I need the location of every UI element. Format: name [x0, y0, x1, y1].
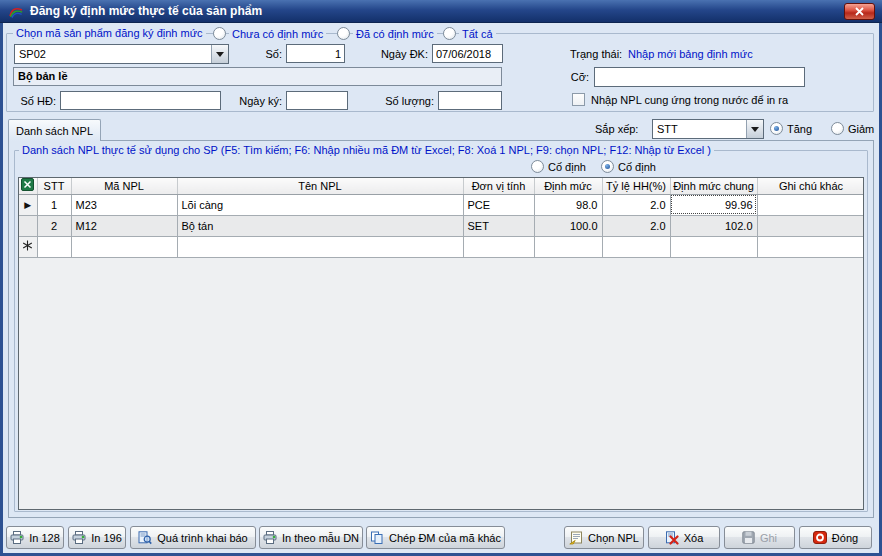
cell-ty-le-hh[interactable]: 2.0 [602, 194, 670, 215]
table-row: 2 M12 Bộ tán SET 100.0 2.0 102.0 [19, 215, 864, 236]
radio-chua-co-dinh-muc[interactable] [213, 27, 226, 40]
column-header-don-vi-tinh[interactable]: Đơn vị tính [463, 178, 534, 194]
radio-tat-ca[interactable] [443, 27, 456, 40]
in-196-button[interactable]: In 196 [68, 526, 126, 549]
column-header-stt[interactable]: STT [37, 178, 71, 194]
so-label: Số: [256, 48, 282, 61]
chep-dm-button[interactable]: Chép ĐM của mã khác [366, 526, 505, 549]
row-header[interactable] [19, 215, 37, 236]
in-128-button[interactable]: In 128 [6, 526, 64, 549]
cell-ghi-chu[interactable] [757, 194, 864, 215]
trang-thai-label: Trạng thái: [570, 48, 622, 61]
npl-data-grid: STT Mã NPL Tên NPL Đơn vị tính Định mức … [18, 177, 864, 510]
npl-table: STT Mã NPL Tên NPL Đơn vị tính Định mức … [19, 178, 864, 258]
sort-value: STT [653, 120, 746, 138]
radio-da-co-dinh-muc-label: Đã có định mức [353, 28, 437, 41]
cell-ten-npl[interactable]: Bộ tán [177, 215, 463, 236]
cell-empty[interactable] [37, 236, 71, 257]
xoa-button[interactable]: Xóa [648, 526, 720, 549]
radio-co-dinh-right[interactable] [601, 160, 614, 173]
cell-empty[interactable] [670, 236, 757, 257]
table-row: ▶ 1 M23 Lõi càng PCE 98.0 2.0 99.96 [19, 194, 864, 215]
column-header-dinh-muc[interactable]: Định mức [534, 178, 602, 194]
ngay-ky-input[interactable] [286, 91, 348, 110]
cell-empty[interactable] [534, 236, 602, 257]
button-label: Xóa [684, 532, 704, 544]
window-title: Đăng ký định mức thực tế của sản phẩm [30, 4, 262, 18]
button-label: In theo mẫu DN [282, 532, 359, 544]
cell-empty[interactable] [71, 236, 177, 257]
so-hd-input[interactable] [60, 91, 221, 110]
tab-danh-sach-npl[interactable]: Danh sách NPL [8, 119, 101, 141]
so-luong-input[interactable] [438, 91, 502, 110]
radio-co-dinh-right-label: Cố định [618, 161, 656, 174]
excel-export-corner[interactable] [19, 178, 37, 194]
copy-icon [370, 531, 384, 545]
new-row [19, 236, 864, 257]
qua-trinh-khai-bao-button[interactable]: Quá trình khai báo [130, 526, 256, 549]
cell-stt[interactable]: 2 [37, 215, 71, 236]
radio-tang-label: Tăng [787, 123, 812, 136]
cell-don-vi-tinh[interactable]: SET [463, 215, 534, 236]
ngay-ky-label: Ngày ký: [234, 95, 282, 108]
cell-empty[interactable] [757, 236, 864, 257]
cell-dinh-muc-chung-selected[interactable]: 99.96 [670, 194, 757, 215]
radio-da-co-dinh-muc[interactable] [337, 27, 350, 40]
radio-co-dinh-left[interactable] [531, 160, 544, 173]
ghi-button[interactable]: Ghi [724, 526, 795, 549]
cell-ghi-chu[interactable] [757, 215, 864, 236]
dropdown-button[interactable] [211, 45, 228, 63]
button-label: Ghi [760, 532, 777, 544]
cell-ten-npl[interactable]: Lõi càng [177, 194, 463, 215]
npl-cung-ung-checkbox[interactable] [572, 93, 585, 106]
sort-combo[interactable]: STT [652, 119, 764, 139]
column-header-ty-le-hh[interactable]: Tỷ lệ HH(%) [602, 178, 670, 194]
so-input[interactable] [286, 44, 345, 63]
sort-label: Sắp xếp: [595, 123, 638, 136]
column-header-ma-npl[interactable]: Mã NPL [71, 178, 177, 194]
save-icon [742, 531, 755, 544]
cell-dinh-muc[interactable]: 100.0 [534, 215, 602, 236]
cell-dinh-muc-chung[interactable]: 102.0 [670, 215, 757, 236]
new-row-indicator[interactable] [19, 236, 37, 257]
button-label: Chép ĐM của mã khác [389, 532, 501, 544]
dropdown-button[interactable] [746, 120, 763, 138]
chevron-down-icon [751, 127, 759, 132]
cell-stt[interactable]: 1 [37, 194, 71, 215]
app-icon [8, 5, 24, 18]
cell-empty[interactable] [463, 236, 534, 257]
column-header-ten-npl[interactable]: Tên NPL [177, 178, 463, 194]
cell-ma-npl[interactable]: M12 [71, 215, 177, 236]
cell-empty[interactable] [602, 236, 670, 257]
in-theo-mau-dn-button[interactable]: In theo mẫu DN [259, 526, 363, 549]
close-button[interactable] [844, 3, 875, 20]
tab-label: Danh sách NPL [16, 125, 93, 137]
product-name-box: Bộ bản lề [13, 67, 502, 86]
cell-don-vi-tinh[interactable]: PCE [463, 194, 534, 215]
product-group-title: Chọn mã sản phẩm đăng ký định mức [13, 27, 206, 40]
radio-giam[interactable] [831, 122, 844, 135]
co-input[interactable] [594, 67, 805, 87]
cell-dinh-muc[interactable]: 98.0 [534, 194, 602, 215]
chon-npl-button[interactable]: Chọn NPL [564, 526, 644, 549]
co-label: Cỡ: [566, 71, 589, 84]
product-code-combo[interactable]: SP02 [14, 44, 229, 64]
process-search-icon [138, 531, 152, 545]
close-icon [855, 7, 864, 16]
radio-tat-ca-label: Tất cả [459, 28, 496, 41]
app-window: Đăng ký định mức thực tế của sản phẩm Ch… [0, 0, 882, 556]
printer-icon [263, 531, 277, 544]
radio-tang[interactable] [770, 122, 783, 135]
button-label: In 196 [91, 532, 122, 544]
cell-ty-le-hh[interactable]: 2.0 [602, 215, 670, 236]
cell-empty[interactable] [177, 236, 463, 257]
column-header-dinh-muc-chung[interactable]: Định mức chung [670, 178, 757, 194]
current-row-indicator[interactable]: ▶ [19, 194, 37, 215]
table-header-row: STT Mã NPL Tên NPL Đơn vị tính Định mức … [19, 178, 864, 194]
so-luong-label: Số lượng: [383, 95, 434, 108]
column-header-ghi-chu[interactable]: Ghi chú khác [757, 178, 864, 194]
ngay-dk-input[interactable] [432, 44, 503, 63]
cell-ma-npl[interactable]: M23 [71, 194, 177, 215]
dong-button[interactable]: Đóng [799, 526, 872, 549]
printer-icon [72, 531, 86, 544]
